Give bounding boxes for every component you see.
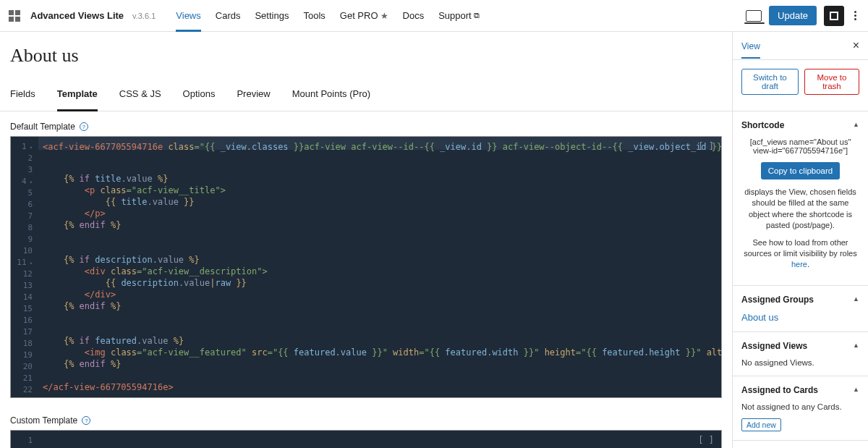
code-area[interactable]: <acf-view-667705594716e class="{{ _view.… — [11, 137, 721, 397]
info-icon[interactable]: ? — [82, 416, 90, 425]
update-button[interactable]: Update — [769, 6, 817, 25]
page-title: About us — [10, 45, 722, 67]
chevron-up-icon[interactable]: ▲ — [853, 295, 859, 303]
here-link[interactable]: here — [791, 260, 807, 269]
info-icon[interactable]: ? — [80, 122, 88, 131]
grid-icon[interactable] — [9, 10, 20, 22]
assigned-views-text: No assigned Views. — [741, 358, 859, 367]
shortcode-description: displays the View, chosen fields should … — [741, 187, 859, 232]
tab-css-js[interactable]: CSS & JS — [119, 80, 161, 111]
panel-toggle-icon[interactable] — [824, 6, 844, 26]
star-icon: ★ — [380, 11, 388, 21]
default-template-label: Default Template ? — [0, 111, 732, 136]
external-link-icon: ⧉ — [474, 11, 480, 20]
device-icon[interactable] — [746, 10, 762, 22]
tab-fields[interactable]: Fields — [10, 80, 35, 111]
nav-views[interactable]: Views — [176, 1, 200, 32]
custom-template-editor[interactable]: [ ] 1 — [10, 430, 722, 448]
add-new-button[interactable]: Add new — [741, 418, 781, 431]
tab-template[interactable]: Template — [57, 80, 98, 111]
switch-to-draft-button[interactable]: Switch to draft — [741, 69, 799, 95]
nav-getpro[interactable]: Get PRO★ — [340, 1, 388, 30]
version-label: v.3.6.1 — [132, 12, 156, 20]
shortcode-description-2: See how to load from other sources or li… — [741, 237, 859, 271]
nav-support[interactable]: Support⧉ — [438, 1, 480, 30]
copy-to-clipboard-button[interactable]: Copy to clipboard — [761, 162, 841, 179]
chevron-up-icon[interactable]: ▲ — [853, 121, 859, 128]
assigned-views-title: Assigned Views — [741, 341, 859, 351]
shortcode-title: Shortcode — [741, 120, 859, 130]
default-template-editor[interactable]: [ ] 12345678910111213141516171819202122 … — [10, 136, 722, 398]
more-icon[interactable] — [851, 11, 859, 20]
brackets-icon[interactable]: [ ] — [698, 435, 714, 445]
nav-tools[interactable]: Tools — [303, 1, 325, 30]
line-gutter: 1 — [11, 431, 38, 448]
tab-mount-points[interactable]: Mount Points (Pro) — [292, 80, 370, 111]
close-icon[interactable]: × — [853, 39, 859, 52]
tab-preview[interactable]: Preview — [237, 80, 270, 111]
content-tabs: Fields Template CSS & JS Options Preview… — [0, 80, 732, 111]
code-area[interactable] — [11, 431, 721, 448]
tab-options[interactable]: Options — [183, 80, 216, 111]
assigned-groups-title: Assigned Groups — [741, 295, 859, 305]
custom-template-label: Custom Template ? — [0, 405, 732, 430]
nav-settings[interactable]: Settings — [255, 1, 289, 30]
brackets-icon[interactable]: [ ] — [698, 141, 714, 151]
topbar: Advanced Views Lite v.3.6.1 Views Cards … — [0, 0, 868, 32]
line-gutter: 12345678910111213141516171819202122 — [11, 137, 38, 397]
sidebar: View × Switch to draft Move to trash Sho… — [732, 32, 868, 448]
sidebar-tab-view[interactable]: View — [741, 41, 760, 59]
assigned-cards-text: Not assigned to any Cards. — [741, 402, 859, 411]
nav-cards[interactable]: Cards — [216, 1, 241, 30]
nav-links: Views Cards Settings Tools Get PRO★ Docs… — [176, 1, 479, 30]
shortcode-value: [acf_views name="About us" view-id="6677… — [741, 138, 859, 155]
nav-docs[interactable]: Docs — [403, 1, 425, 30]
move-to-trash-button[interactable]: Move to trash — [804, 69, 859, 95]
assigned-cards-title: Assigned to Cards — [741, 385, 859, 395]
chevron-up-icon[interactable]: ▲ — [853, 386, 859, 393]
brand-title: Advanced Views Lite — [30, 10, 124, 21]
assigned-group-link[interactable]: About us — [741, 312, 778, 323]
chevron-up-icon[interactable]: ▲ — [853, 342, 859, 349]
main-content: About us Fields Template CSS & JS Option… — [0, 32, 732, 448]
